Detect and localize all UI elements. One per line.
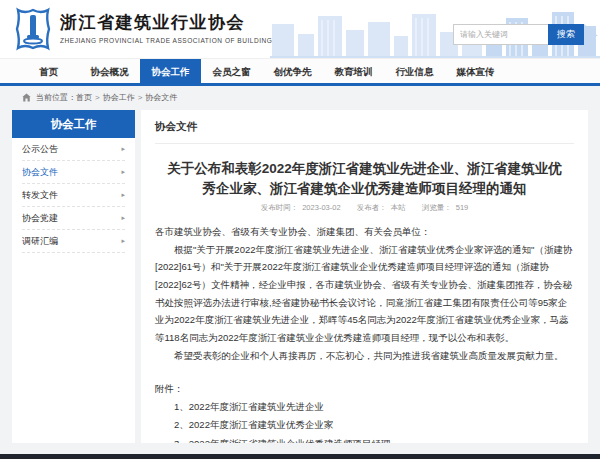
publish-time: 2023-03-02 — [302, 203, 340, 212]
attachment-link-1[interactable]: 1、2022年度浙江省建筑业先进企业 — [174, 398, 574, 416]
nav-item-media[interactable]: 媒体宣传 — [445, 59, 506, 84]
search-button[interactable]: 搜索 — [548, 24, 584, 45]
nav-item-members[interactable]: 会员之窗 — [201, 59, 262, 84]
home-icon — [22, 93, 31, 102]
sidebar-item-label: 调研汇编 — [22, 235, 58, 248]
views-count: 519 — [456, 203, 469, 212]
sidebar-item-label: 公示公告 — [22, 143, 58, 156]
nav-item-training[interactable]: 教育培训 — [323, 59, 384, 84]
chevron-right-icon: ▸ — [121, 191, 125, 199]
brand-title: 浙江省建筑业行业协会 — [60, 11, 272, 34]
nav-item-overview[interactable]: 协会概况 — [79, 59, 140, 84]
sidebar-title: 协会工作 — [12, 110, 135, 138]
chevron-right-icon: ▸ — [121, 237, 125, 245]
chevron-right-icon: ▸ — [121, 168, 125, 176]
article-paragraph: 根据"关于开展2022年度浙江省建筑业先进企业、浙江省建筑业优秀企业家评选的通知… — [155, 241, 574, 347]
attachment-link-3[interactable]: 3、2022年度浙江省建筑业企业优秀建造师项目经理 — [174, 435, 574, 443]
site-header: 浙江省建筑业行业协会 ZHEJIANG PROVINCIAL TRADE ASS… — [0, 0, 600, 58]
chevron-right-icon: ▸ — [121, 214, 125, 222]
breadcrumb-location-label: 当前位置： — [36, 92, 76, 103]
search-input[interactable] — [453, 24, 548, 45]
chevron-right-icon: ▸ — [121, 145, 125, 153]
search-box: 搜索 — [453, 24, 584, 45]
nav-item-association-work[interactable]: 协会工作 — [140, 59, 201, 84]
nav-item-home[interactable]: 首页 — [18, 59, 79, 84]
publisher: 本站 — [391, 203, 406, 212]
sidebar-item-label: 协会文件 — [22, 166, 58, 179]
main-area: 协会工作 公示公告 ▸ 协会文件 ▸ 转发文件 ▸ 协会党建 ▸ 调研汇编 ▸ — [12, 110, 588, 443]
breadcrumb: 当前位置： 首页 > 协会工作 > 协会文件 — [0, 86, 600, 108]
publish-time-label: 发布时间： — [261, 203, 299, 212]
breadcrumb-link-association-work[interactable]: 协会工作 — [103, 92, 135, 103]
section-title: 协会文件 — [155, 120, 574, 144]
sidebar-item-public-notices[interactable]: 公示公告 ▸ — [22, 138, 125, 161]
nav-item-industry-info[interactable]: 行业信息 — [384, 59, 445, 84]
breadcrumb-separator: > — [138, 93, 143, 102]
attachments: 附件： 1、2022年度浙江省建筑业先进企业 2、2022年度浙江省建筑业优秀企… — [155, 380, 574, 443]
footer-bar — [0, 454, 600, 459]
sidebar-item-association-documents[interactable]: 协会文件 ▸ — [22, 161, 125, 184]
attachments-label: 附件： — [155, 380, 574, 398]
content-panel: 协会文件 关于公布和表彰2022年度浙江省建筑业先进企业、浙江省建筑业优秀企业家… — [141, 110, 588, 443]
sidebar: 协会工作 公示公告 ▸ 协会文件 ▸ 转发文件 ▸ 协会党建 ▸ 调研汇编 ▸ — [12, 110, 135, 443]
association-logo-icon — [12, 7, 54, 51]
breadcrumb-link-home[interactable]: 首页 — [76, 92, 92, 103]
publisher-label: 发布者： — [357, 203, 387, 212]
sidebar-item-research-compilation[interactable]: 调研汇编 ▸ — [22, 230, 125, 253]
breadcrumb-current: 协会文件 — [145, 92, 177, 103]
page: 浙江省建筑业行业协会 ZHEJIANG PROVINCIAL TRADE ASS… — [0, 0, 600, 459]
sidebar-item-label: 转发文件 — [22, 189, 58, 202]
article-title: 关于公布和表彰2022年度浙江省建筑业先进企业、浙江省建筑业优秀企业家、浙江省建… — [161, 159, 568, 198]
views-label: 浏览量： — [422, 203, 452, 212]
sidebar-item-label: 协会党建 — [22, 212, 58, 225]
article-body: 各市建筑业协会、省级有关专业协会、浙建集团、有关会员单位： 根据"关于开展202… — [155, 223, 574, 364]
article-meta: 发布时间：2023-03-02 发布者：本站 浏览量：519 — [155, 203, 574, 213]
brand: 浙江省建筑业行业协会 ZHEJIANG PROVINCIAL TRADE ASS… — [60, 11, 272, 44]
nav-item-excellence[interactable]: 创优争先 — [262, 59, 323, 84]
breadcrumb-separator: > — [95, 93, 100, 102]
brand-subtitle: ZHEJIANG PROVINCIAL TRADE ASSOCIATION OF… — [60, 37, 272, 44]
sidebar-item-forwarded-documents[interactable]: 转发文件 ▸ — [22, 184, 125, 207]
main-nav: 首页 协会概况 协会工作 会员之窗 创优争先 教育培训 行业信息 媒体宣传 — [0, 58, 600, 86]
article-paragraph: 希望受表彰的企业和个人再接再厉，不忘初心，共同为推进我省建筑业高质量发展贡献力量… — [155, 347, 574, 365]
sidebar-item-party-building[interactable]: 协会党建 ▸ — [22, 207, 125, 230]
attachment-link-2[interactable]: 2、2022年度浙江省建筑业优秀企业家 — [174, 416, 574, 434]
article-paragraph: 各市建筑业协会、省级有关专业协会、浙建集团、有关会员单位： — [155, 223, 574, 241]
